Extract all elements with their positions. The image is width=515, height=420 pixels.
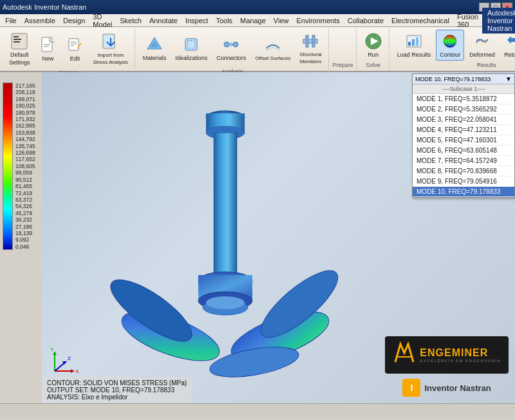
menu-collaborate[interactable]: Collaborate <box>344 15 388 26</box>
scale-value-10: 135,745 <box>15 143 35 149</box>
scale-value-19: 54,326 <box>15 203 35 209</box>
menu-file[interactable]: File <box>1 15 21 26</box>
materials-button[interactable]: Materials <box>139 33 171 64</box>
scale-value-5: 180,978 <box>15 110 35 116</box>
info-line1: CONTOUR: SOLID VON MISES STRESS (MPa) <box>47 379 187 387</box>
mode-7-item[interactable]: MODE 7, FREQ=64.157249 <box>413 156 514 166</box>
default-settings-button[interactable]: Default Settings <box>5 30 34 68</box>
mode-8-item[interactable]: MODE 8, FREQ=70.839668 <box>413 166 514 177</box>
menu-inspect[interactable]: Inspect <box>182 15 212 26</box>
menu-manage[interactable]: Manage <box>236 15 270 26</box>
solve-group-label: Solve <box>366 61 380 68</box>
info-line3: ANALYSIS: Eixo e Impelidor <box>47 394 187 401</box>
default-settings-icon <box>10 32 28 50</box>
run-button[interactable]: Run <box>360 30 386 61</box>
info-panel: CONTOUR: SOLID VON MISES STRESS (MPa) OU… <box>42 377 192 403</box>
mode-9-item[interactable]: MODE 9, FREQ=79.054916 <box>413 177 514 187</box>
color-scale: 217,165 208,118 199,071 190,025 180,978 … <box>0 72 42 403</box>
menu-sketch[interactable]: Sketch <box>116 15 145 26</box>
menu-electromechanical[interactable]: Electromechanical <box>388 15 453 26</box>
edit-label: Edit <box>70 55 80 62</box>
import-button[interactable]: Import from Stress Analysis <box>89 30 132 68</box>
structural-members-button[interactable]: Structural Members <box>295 30 325 67</box>
return-label: Return <box>504 52 515 58</box>
svg-rect-23 <box>312 35 315 47</box>
scale-value-13: 108,605 <box>15 163 35 169</box>
svg-text:X: X <box>75 368 79 374</box>
title-text: Autodesk Inventor Nastran <box>3 3 86 11</box>
scale-value-16: 81,465 <box>15 183 35 189</box>
svg-marker-50 <box>71 369 74 373</box>
scale-value-20: 45,279 <box>15 210 35 216</box>
offset-surfaces-icon <box>264 36 282 54</box>
scale-value-7: 162,885 <box>15 122 35 129</box>
materials-icon <box>145 35 164 53</box>
svg-text:Y: Y <box>50 347 54 352</box>
scale-value-22: 27,186 <box>15 224 35 230</box>
load-results-button[interactable]: Load Results <box>393 30 435 61</box>
ribbon-group-prepare: Prepare <box>330 28 357 70</box>
mode-2-item[interactable]: MODE 2, FREQ=5.3565292 <box>413 104 514 115</box>
import-label2: Stress Analysis <box>93 59 128 65</box>
svg-rect-22 <box>306 35 308 47</box>
menu-view[interactable]: View <box>270 15 293 26</box>
dropdown-arrow-icon[interactable]: ▼ <box>503 74 514 84</box>
mode-3-item[interactable]: MODE 3, FREQ=22.058041 <box>413 115 514 125</box>
menu-environments[interactable]: Environments <box>293 15 344 26</box>
scale-value-23: 18,139 <box>15 230 35 236</box>
deformed-icon <box>473 32 491 50</box>
connectors-button[interactable]: Connectors <box>212 33 250 64</box>
idealizations-button[interactable]: Idealizations <box>171 33 211 64</box>
viewport[interactable]: MODE 10, FREQ=79.178833 ▼ ----Subcase 1-… <box>42 72 515 403</box>
mode-4-item[interactable]: MODE 4, FREQ=47.123211 <box>413 125 514 135</box>
brand-logo: ENGEMINER EXCELÊNCIA EM ENGENHARIA <box>385 336 509 374</box>
ribbon-toolbar: Default Settings New <box>0 27 515 72</box>
brand-logo-text: ENGEMINER <box>420 347 501 359</box>
title-bar: Autodesk Inventor Nastran _ □ × <box>0 0 515 14</box>
mode-5-item[interactable]: MODE 5, FREQ=47.160301 <box>413 135 514 146</box>
ribbon-group-system: Default Settings New <box>3 28 135 70</box>
deformed-button[interactable]: Deformed <box>465 30 499 61</box>
idealizations-label: Idealizations <box>175 55 207 61</box>
menu-3dmodel[interactable]: 3D Model <box>89 12 116 30</box>
mode-10-item[interactable]: MODE 10, FREQ=79.178833 <box>413 187 514 197</box>
inventor-brand: I Inventor Nastran <box>402 379 491 397</box>
materials-label: Materials <box>143 55 167 61</box>
scale-value-15: 90,512 <box>15 177 35 183</box>
contour-button[interactable]: Contour <box>436 30 464 61</box>
inventor-brand-label: Inventor Nastran <box>424 383 491 393</box>
edit-button[interactable]: Edit <box>62 33 88 64</box>
scale-value-18: 63,372 <box>15 196 35 203</box>
inventor-icon-text: I <box>411 383 413 393</box>
new-button[interactable]: New <box>35 33 61 64</box>
scale-value-24: 9,092 <box>15 236 35 243</box>
contour-label: Contour <box>440 52 460 58</box>
offset-surfaces-button[interactable]: Offset Surfaces <box>251 33 294 64</box>
return-button[interactable]: Return <box>500 30 515 61</box>
svg-rect-3 <box>14 41 20 43</box>
brand-area: ENGEMINER EXCELÊNCIA EM ENGENHARIA I Inv… <box>385 336 509 397</box>
scale-value-6: 171,932 <box>15 116 35 122</box>
mode-dropdown-panel[interactable]: MODE 10, FREQ=79.178833 ▼ ----Subcase 1-… <box>412 73 515 198</box>
menu-fusion360[interactable]: Fusion 360 <box>453 12 482 30</box>
scale-value-11: 126,698 <box>15 149 35 156</box>
menu-design[interactable]: Design <box>59 15 89 26</box>
menu-annotate[interactable]: Annotate <box>145 15 182 26</box>
mode-6-item[interactable]: MODE 6, FREQ=63.605148 <box>413 146 514 156</box>
connectors-label: Connectors <box>216 55 246 61</box>
svg-text:Z: Z <box>68 356 71 361</box>
import-label: Import from <box>97 52 124 58</box>
menu-tools[interactable]: Tools <box>212 15 236 26</box>
menu-assemble[interactable]: Assemble <box>21 15 59 26</box>
default-settings-label: Default <box>10 52 29 58</box>
results-group-label: Results <box>477 61 496 68</box>
svg-rect-29 <box>416 37 418 46</box>
deformed-label: Deformed <box>469 52 495 58</box>
ribbon-group-analysis: Materials Idealizations <box>136 28 329 70</box>
mode-1-item[interactable]: MODE 1, FREQ=5.3518872 <box>413 94 514 104</box>
dropdown-header: ----Subcase 1---- <box>413 84 514 94</box>
menu-bar: File Assemble Design 3D Model Sketch Ann… <box>0 14 515 27</box>
offset-surfaces-label: Offset Surfaces <box>255 55 290 61</box>
status-bar <box>0 403 515 417</box>
return-icon <box>504 32 515 50</box>
